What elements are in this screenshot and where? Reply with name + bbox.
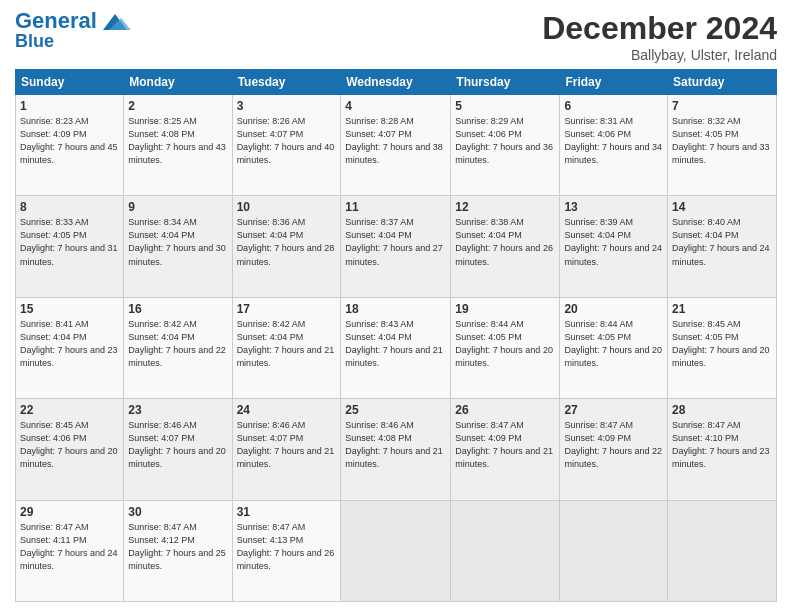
calendar-cell [451, 500, 560, 601]
calendar-cell: 14Sunrise: 8:40 AMSunset: 4:04 PMDayligh… [668, 196, 777, 297]
day-number: 2 [128, 99, 227, 113]
day-number: 26 [455, 403, 555, 417]
day-number: 4 [345, 99, 446, 113]
day-info: Sunrise: 8:47 AMSunset: 4:09 PMDaylight:… [564, 419, 663, 471]
day-info: Sunrise: 8:36 AMSunset: 4:04 PMDaylight:… [237, 216, 337, 268]
day-number: 12 [455, 200, 555, 214]
weekday-header: Monday [124, 70, 232, 95]
calendar-cell: 3Sunrise: 8:26 AMSunset: 4:07 PMDaylight… [232, 95, 341, 196]
day-info: Sunrise: 8:38 AMSunset: 4:04 PMDaylight:… [455, 216, 555, 268]
calendar-cell: 11Sunrise: 8:37 AMSunset: 4:04 PMDayligh… [341, 196, 451, 297]
calendar-cell: 22Sunrise: 8:45 AMSunset: 4:06 PMDayligh… [16, 399, 124, 500]
day-info: Sunrise: 8:47 AMSunset: 4:11 PMDaylight:… [20, 521, 119, 573]
day-number: 24 [237, 403, 337, 417]
calendar-cell: 30Sunrise: 8:47 AMSunset: 4:12 PMDayligh… [124, 500, 232, 601]
calendar-cell: 1Sunrise: 8:23 AMSunset: 4:09 PMDaylight… [16, 95, 124, 196]
logo-blue-text: Blue [15, 32, 54, 50]
day-info: Sunrise: 8:26 AMSunset: 4:07 PMDaylight:… [237, 115, 337, 167]
day-number: 27 [564, 403, 663, 417]
day-info: Sunrise: 8:25 AMSunset: 4:08 PMDaylight:… [128, 115, 227, 167]
calendar-cell: 9Sunrise: 8:34 AMSunset: 4:04 PMDaylight… [124, 196, 232, 297]
calendar-week-row: 15Sunrise: 8:41 AMSunset: 4:04 PMDayligh… [16, 297, 777, 398]
page: General Blue December 2024 Ballybay, Uls… [0, 0, 792, 612]
day-info: Sunrise: 8:47 AMSunset: 4:10 PMDaylight:… [672, 419, 772, 471]
calendar-cell: 8Sunrise: 8:33 AMSunset: 4:05 PMDaylight… [16, 196, 124, 297]
day-info: Sunrise: 8:31 AMSunset: 4:06 PMDaylight:… [564, 115, 663, 167]
day-info: Sunrise: 8:42 AMSunset: 4:04 PMDaylight:… [237, 318, 337, 370]
calendar-cell: 19Sunrise: 8:44 AMSunset: 4:05 PMDayligh… [451, 297, 560, 398]
calendar-cell: 20Sunrise: 8:44 AMSunset: 4:05 PMDayligh… [560, 297, 668, 398]
calendar-cell: 12Sunrise: 8:38 AMSunset: 4:04 PMDayligh… [451, 196, 560, 297]
calendar-cell: 7Sunrise: 8:32 AMSunset: 4:05 PMDaylight… [668, 95, 777, 196]
month-title: December 2024 [542, 10, 777, 47]
calendar-week-row: 1Sunrise: 8:23 AMSunset: 4:09 PMDaylight… [16, 95, 777, 196]
calendar-cell: 28Sunrise: 8:47 AMSunset: 4:10 PMDayligh… [668, 399, 777, 500]
day-number: 15 [20, 302, 119, 316]
calendar-cell: 24Sunrise: 8:46 AMSunset: 4:07 PMDayligh… [232, 399, 341, 500]
calendar-cell: 17Sunrise: 8:42 AMSunset: 4:04 PMDayligh… [232, 297, 341, 398]
day-info: Sunrise: 8:47 AMSunset: 4:09 PMDaylight:… [455, 419, 555, 471]
calendar-cell: 10Sunrise: 8:36 AMSunset: 4:04 PMDayligh… [232, 196, 341, 297]
weekday-header: Wednesday [341, 70, 451, 95]
calendar-cell [341, 500, 451, 601]
day-info: Sunrise: 8:33 AMSunset: 4:05 PMDaylight:… [20, 216, 119, 268]
calendar-week-row: 8Sunrise: 8:33 AMSunset: 4:05 PMDaylight… [16, 196, 777, 297]
calendar-cell: 15Sunrise: 8:41 AMSunset: 4:04 PMDayligh… [16, 297, 124, 398]
calendar-cell: 6Sunrise: 8:31 AMSunset: 4:06 PMDaylight… [560, 95, 668, 196]
calendar-cell: 4Sunrise: 8:28 AMSunset: 4:07 PMDaylight… [341, 95, 451, 196]
day-number: 9 [128, 200, 227, 214]
header: General Blue December 2024 Ballybay, Uls… [15, 10, 777, 63]
calendar-week-row: 22Sunrise: 8:45 AMSunset: 4:06 PMDayligh… [16, 399, 777, 500]
calendar-cell: 31Sunrise: 8:47 AMSunset: 4:13 PMDayligh… [232, 500, 341, 601]
day-info: Sunrise: 8:44 AMSunset: 4:05 PMDaylight:… [455, 318, 555, 370]
calendar-header-row: SundayMondayTuesdayWednesdayThursdayFrid… [16, 70, 777, 95]
title-block: December 2024 Ballybay, Ulster, Ireland [542, 10, 777, 63]
day-number: 7 [672, 99, 772, 113]
day-number: 30 [128, 505, 227, 519]
day-info: Sunrise: 8:40 AMSunset: 4:04 PMDaylight:… [672, 216, 772, 268]
logo-icon [99, 10, 131, 32]
day-number: 10 [237, 200, 337, 214]
calendar-week-row: 29Sunrise: 8:47 AMSunset: 4:11 PMDayligh… [16, 500, 777, 601]
calendar-cell: 26Sunrise: 8:47 AMSunset: 4:09 PMDayligh… [451, 399, 560, 500]
logo: General Blue [15, 10, 131, 50]
day-info: Sunrise: 8:42 AMSunset: 4:04 PMDaylight:… [128, 318, 227, 370]
day-info: Sunrise: 8:34 AMSunset: 4:04 PMDaylight:… [128, 216, 227, 268]
day-info: Sunrise: 8:46 AMSunset: 4:07 PMDaylight:… [237, 419, 337, 471]
day-number: 1 [20, 99, 119, 113]
day-info: Sunrise: 8:46 AMSunset: 4:07 PMDaylight:… [128, 419, 227, 471]
calendar-cell: 21Sunrise: 8:45 AMSunset: 4:05 PMDayligh… [668, 297, 777, 398]
day-number: 13 [564, 200, 663, 214]
weekday-header: Friday [560, 70, 668, 95]
day-number: 11 [345, 200, 446, 214]
calendar-cell: 18Sunrise: 8:43 AMSunset: 4:04 PMDayligh… [341, 297, 451, 398]
weekday-header: Sunday [16, 70, 124, 95]
day-info: Sunrise: 8:47 AMSunset: 4:12 PMDaylight:… [128, 521, 227, 573]
logo-text: General [15, 10, 97, 32]
day-info: Sunrise: 8:44 AMSunset: 4:05 PMDaylight:… [564, 318, 663, 370]
day-number: 22 [20, 403, 119, 417]
day-number: 8 [20, 200, 119, 214]
calendar-cell: 13Sunrise: 8:39 AMSunset: 4:04 PMDayligh… [560, 196, 668, 297]
day-number: 29 [20, 505, 119, 519]
day-info: Sunrise: 8:46 AMSunset: 4:08 PMDaylight:… [345, 419, 446, 471]
day-number: 17 [237, 302, 337, 316]
calendar-body: 1Sunrise: 8:23 AMSunset: 4:09 PMDaylight… [16, 95, 777, 602]
calendar-cell: 23Sunrise: 8:46 AMSunset: 4:07 PMDayligh… [124, 399, 232, 500]
day-number: 3 [237, 99, 337, 113]
day-info: Sunrise: 8:29 AMSunset: 4:06 PMDaylight:… [455, 115, 555, 167]
weekday-header: Tuesday [232, 70, 341, 95]
calendar-cell: 27Sunrise: 8:47 AMSunset: 4:09 PMDayligh… [560, 399, 668, 500]
calendar: SundayMondayTuesdayWednesdayThursdayFrid… [15, 69, 777, 602]
day-info: Sunrise: 8:37 AMSunset: 4:04 PMDaylight:… [345, 216, 446, 268]
weekday-header: Saturday [668, 70, 777, 95]
calendar-cell: 16Sunrise: 8:42 AMSunset: 4:04 PMDayligh… [124, 297, 232, 398]
day-info: Sunrise: 8:47 AMSunset: 4:13 PMDaylight:… [237, 521, 337, 573]
day-info: Sunrise: 8:32 AMSunset: 4:05 PMDaylight:… [672, 115, 772, 167]
day-number: 19 [455, 302, 555, 316]
day-number: 25 [345, 403, 446, 417]
day-info: Sunrise: 8:28 AMSunset: 4:07 PMDaylight:… [345, 115, 446, 167]
day-info: Sunrise: 8:45 AMSunset: 4:05 PMDaylight:… [672, 318, 772, 370]
day-number: 6 [564, 99, 663, 113]
day-info: Sunrise: 8:45 AMSunset: 4:06 PMDaylight:… [20, 419, 119, 471]
